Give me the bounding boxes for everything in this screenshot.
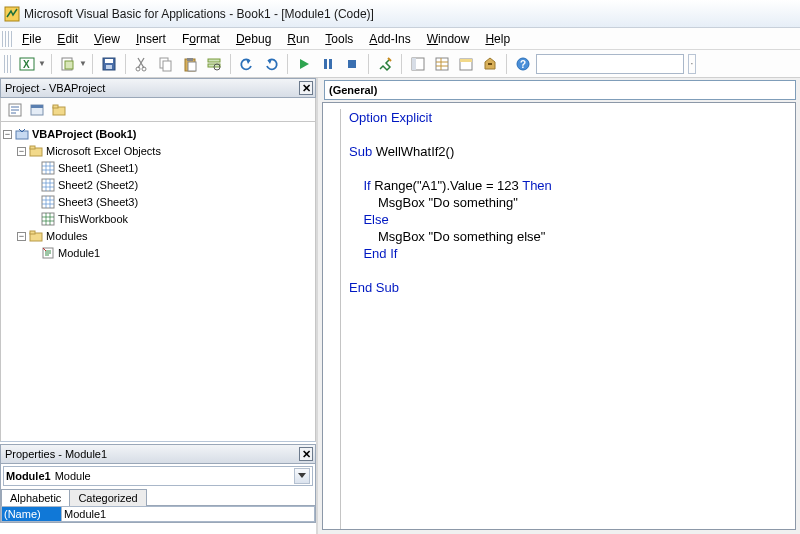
svg-rect-19 xyxy=(329,59,332,69)
svg-text:?: ? xyxy=(520,59,526,70)
svg-rect-14 xyxy=(188,62,196,71)
menu-file[interactable]: File xyxy=(14,30,49,48)
run-button[interactable] xyxy=(293,53,315,75)
view-object-button[interactable] xyxy=(27,100,47,120)
close-icon[interactable]: ✕ xyxy=(299,447,313,461)
svg-rect-35 xyxy=(30,146,35,149)
properties-tabs: Alphabetic Categorized xyxy=(1,488,315,506)
svg-rect-37 xyxy=(42,179,54,191)
copy-button[interactable] xyxy=(155,53,177,75)
menu-tools[interactable]: Tools xyxy=(317,30,361,48)
separator xyxy=(401,54,402,74)
save-button[interactable] xyxy=(98,53,120,75)
object-browser-button[interactable] xyxy=(455,53,477,75)
menu-help[interactable]: Help xyxy=(477,30,518,48)
toolbox-button[interactable] xyxy=(479,53,501,75)
property-row[interactable]: (Name) Module1 xyxy=(1,506,315,522)
collapse-icon[interactable]: − xyxy=(17,147,26,156)
project-tree[interactable]: −VBAProject (Book1) −Microsoft Excel Obj… xyxy=(0,122,316,442)
menu-window[interactable]: Window xyxy=(419,30,478,48)
separator xyxy=(287,54,288,74)
separator xyxy=(506,54,507,74)
menu-insert[interactable]: Insert xyxy=(128,30,174,48)
separator xyxy=(51,54,52,74)
menu-view[interactable]: View xyxy=(86,30,128,48)
svg-rect-6 xyxy=(105,59,113,63)
collapse-icon[interactable]: − xyxy=(3,130,12,139)
project-panel-header: Project - VBAProject ✕ xyxy=(0,78,316,98)
title-bar: Microsoft Visual Basic for Applications … xyxy=(0,0,800,28)
svg-rect-32 xyxy=(53,105,58,108)
design-mode-button[interactable] xyxy=(374,53,396,75)
property-value[interactable]: Module1 xyxy=(61,506,315,522)
tree-module[interactable]: Module1 xyxy=(3,245,313,261)
menu-format[interactable]: Format xyxy=(174,30,228,48)
separator xyxy=(368,54,369,74)
svg-rect-36 xyxy=(42,162,54,174)
help-search-box[interactable] xyxy=(536,54,684,74)
svg-text:X: X xyxy=(23,59,30,70)
project-explorer-button[interactable] xyxy=(407,53,429,75)
undo-button[interactable] xyxy=(236,53,258,75)
svg-rect-4 xyxy=(65,61,73,69)
svg-rect-20 xyxy=(348,60,356,68)
object-combo[interactable]: (General) xyxy=(324,80,796,100)
paste-button[interactable] xyxy=(179,53,201,75)
property-name: (Name) xyxy=(1,506,61,522)
code-panel: (General) Option Explicit Sub WellWhatIf… xyxy=(318,78,800,534)
vba-project-icon xyxy=(15,127,29,141)
tab-alphabetic[interactable]: Alphabetic xyxy=(1,489,70,506)
svg-rect-23 xyxy=(436,58,448,70)
view-excel-button[interactable]: X xyxy=(16,53,38,75)
tree-excel-objects[interactable]: −Microsoft Excel Objects xyxy=(3,143,313,159)
toolbar: X ▼ ▼ ? · xyxy=(0,50,800,78)
collapse-icon[interactable]: − xyxy=(17,232,26,241)
left-panel: Project - VBAProject ✕ −VBAProject (Book… xyxy=(0,78,318,534)
worksheet-icon xyxy=(41,195,55,209)
properties-panel-header: Properties - Module1 ✕ xyxy=(0,444,316,464)
tree-sheet[interactable]: Sheet3 (Sheet3) xyxy=(3,194,313,210)
menu-edit[interactable]: Edit xyxy=(49,30,86,48)
menu-debug[interactable]: Debug xyxy=(228,30,279,48)
svg-rect-41 xyxy=(30,231,35,234)
menu-run[interactable]: Run xyxy=(279,30,317,48)
tree-workbook[interactable]: ThisWorkbook xyxy=(3,211,313,227)
dropdown-icon[interactable]: ▼ xyxy=(38,59,46,68)
tree-root[interactable]: −VBAProject (Book1) xyxy=(3,126,313,142)
properties-panel-title: Properties - Module1 xyxy=(5,448,107,460)
reset-button[interactable] xyxy=(341,53,363,75)
toolbar-grip xyxy=(4,55,12,73)
tree-sheet[interactable]: Sheet2 (Sheet2) xyxy=(3,177,313,193)
view-code-button[interactable] xyxy=(5,100,25,120)
break-button[interactable] xyxy=(317,53,339,75)
properties-object-combo[interactable]: Module1 Module xyxy=(3,466,313,486)
code-text[interactable]: Option Explicit Sub WellWhatIf2() If Ran… xyxy=(349,109,795,296)
toggle-folders-button[interactable] xyxy=(49,100,69,120)
tree-sheet[interactable]: Sheet1 (Sheet1) xyxy=(3,160,313,176)
worksheet-icon xyxy=(41,161,55,175)
help-button[interactable]: ? xyxy=(512,53,534,75)
svg-rect-30 xyxy=(31,105,43,108)
cut-button[interactable] xyxy=(131,53,153,75)
svg-rect-7 xyxy=(106,65,112,69)
tab-categorized[interactable]: Categorized xyxy=(69,489,146,506)
dropdown-icon[interactable]: ▼ xyxy=(79,59,87,68)
code-editor[interactable]: Option Explicit Sub WellWhatIf2() If Ran… xyxy=(322,102,796,530)
module-icon xyxy=(41,246,55,260)
properties-button[interactable] xyxy=(431,53,453,75)
toolbar-overflow[interactable]: · xyxy=(688,54,696,74)
menu-bar: File Edit View Insert Format Debug Run T… xyxy=(0,28,800,50)
svg-rect-13 xyxy=(187,58,193,61)
svg-rect-25 xyxy=(460,59,472,62)
project-panel-title: Project - VBAProject xyxy=(5,82,105,94)
close-icon[interactable]: ✕ xyxy=(299,81,313,95)
code-combo-bar: (General) xyxy=(318,78,800,100)
insert-button[interactable] xyxy=(57,53,79,75)
find-button[interactable] xyxy=(203,53,225,75)
properties-panel: Module1 Module Alphabetic Categorized (N… xyxy=(0,464,316,523)
tree-modules-folder[interactable]: −Modules xyxy=(3,228,313,244)
menu-addins[interactable]: Add-Ins xyxy=(361,30,418,48)
svg-rect-18 xyxy=(324,59,327,69)
redo-button[interactable] xyxy=(260,53,282,75)
chevron-down-icon[interactable] xyxy=(294,468,310,484)
